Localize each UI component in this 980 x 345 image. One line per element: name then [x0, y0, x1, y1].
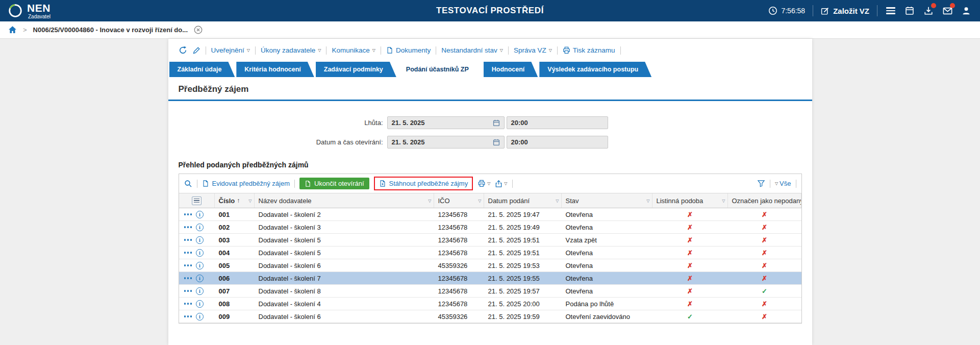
breadcrumb-item[interactable]: N006/25/V00004860 - Inovace v rozvoji ří…: [33, 26, 188, 34]
table-row[interactable]: i003Dodavatel - školení 51234567821. 5. …: [179, 234, 801, 247]
otevirani-date-field[interactable]: 21. 5. 2025: [387, 136, 505, 149]
column-header-1[interactable]: Název dodavatele▽: [255, 193, 434, 208]
cell-status: Otevřena: [562, 275, 652, 282]
row-menu-icon[interactable]: [184, 252, 192, 254]
column-header-4[interactable]: Stav▽: [562, 193, 652, 208]
table-row[interactable]: i008Dodavatel - školení 41234567821. 5. …: [179, 298, 801, 310]
row-info-icon[interactable]: i: [196, 236, 204, 244]
history-icon[interactable]: [179, 46, 187, 55]
topbar-separator: [813, 5, 813, 16]
menu-tisk-zaznamu[interactable]: Tisk záznamu: [563, 46, 615, 54]
filter-preset[interactable]: ▽ Vše: [775, 180, 791, 187]
lhuta-time-field[interactable]: 20:00: [507, 116, 608, 129]
tab-vysledek-zadavaciho-postupu[interactable]: Výsledek zadávacího postupu: [539, 62, 651, 77]
export-icon[interactable]: [495, 180, 502, 188]
calendar-icon[interactable]: [493, 139, 500, 146]
tab-zadavaci-podminky[interactable]: Zadávací podmínky: [316, 62, 396, 77]
table-row[interactable]: i005Dodavatel - školení 64535932621. 5. …: [179, 259, 801, 272]
page-title: Předběžný zájem: [179, 84, 802, 94]
menu-ukony-zadavatele[interactable]: Úkony zadavatele▽: [261, 46, 321, 54]
tab-hodnoceni[interactable]: Hodnocení: [484, 62, 538, 77]
deadline-form: Lhůta: 21. 5. 2025 20:00 Datum a čas ote…: [179, 116, 802, 149]
table-row[interactable]: i009Dodavatel - školení 64535932621. 5. …: [179, 310, 801, 323]
cell-status: Vzata zpět: [562, 236, 652, 244]
row-menu-icon[interactable]: [184, 303, 192, 305]
menu-uverejneni[interactable]: Uveřejnění▽: [211, 46, 250, 54]
filter-icon[interactable]: [757, 180, 765, 187]
toolbar-separator: [770, 180, 770, 188]
ukoncit-oteviranie-button[interactable]: Ukončit otevírání: [299, 178, 369, 189]
cell-listinna-podoba: ✓: [652, 313, 728, 321]
filter-caret-icon[interactable]: ▽: [646, 199, 649, 203]
hamburger-menu-icon[interactable]: [885, 5, 896, 16]
row-info-icon[interactable]: i: [196, 211, 204, 218]
row-menu-icon[interactable]: [184, 239, 192, 241]
home-icon[interactable]: [8, 26, 17, 34]
column-header-3[interactable]: Datum podání▽: [484, 193, 562, 208]
tab-zakladni-udaje[interactable]: Základní údaje: [169, 62, 235, 77]
table-row[interactable]: i001Dodavatel - školení 21234567821. 5. …: [179, 208, 801, 221]
row-info-icon[interactable]: i: [196, 249, 204, 257]
cell-date: 21. 5. 2025 19:49: [484, 224, 562, 231]
downloads-icon[interactable]: [923, 5, 934, 16]
cell-supplier: Dodavatel - školení 2: [255, 211, 434, 218]
cell-ico: 12345678: [434, 211, 484, 218]
chevron-right-icon: >: [23, 26, 27, 34]
row-info-icon[interactable]: i: [196, 262, 204, 269]
filter-caret-icon[interactable]: ▽: [428, 199, 431, 203]
row-menu-icon[interactable]: [184, 226, 192, 228]
cell-date: 21. 5. 2025 19:55: [484, 275, 562, 282]
cell-oznacen-nepodany: ✗: [728, 249, 801, 257]
print-icon[interactable]: [478, 180, 486, 187]
row-menu-icon[interactable]: [184, 213, 192, 215]
row-menu-icon[interactable]: [184, 264, 192, 266]
filter-caret-icon[interactable]: ▽: [722, 199, 725, 203]
edit-icon[interactable]: [192, 46, 200, 55]
table-row[interactable]: i006Dodavatel - školení 71234567821. 5. …: [179, 272, 801, 285]
menu-dokumenty[interactable]: Dokumenty: [386, 46, 431, 54]
cell-date: 21. 5. 2025 19:57: [484, 287, 562, 295]
otevirani-time-field[interactable]: 20:00: [507, 136, 608, 149]
menu-komunikace[interactable]: Komunikace▽: [332, 46, 375, 54]
profile-icon[interactable]: [961, 5, 972, 16]
column-header-2[interactable]: IČO▽: [434, 193, 484, 208]
stahnout-zajmy-button[interactable]: Stáhnout předběžné zájmy: [379, 180, 468, 187]
toolbar-separator: [206, 46, 206, 55]
cell-status: Otevření zaevidováno: [562, 313, 652, 321]
chevron-down-icon[interactable]: ▽: [487, 182, 490, 186]
filter-caret-icon[interactable]: ▽: [478, 199, 481, 203]
cell-listinna-podoba: ✗: [652, 300, 728, 308]
menu-nestandardni-stav[interactable]: Nestandardní stav▽: [441, 46, 503, 54]
row-menu-icon[interactable]: [184, 290, 192, 292]
calendar-icon[interactable]: [904, 5, 915, 16]
table-row[interactable]: i002Dodavatel - školení 31234567821. 5. …: [179, 221, 801, 234]
menu-sprava-vz[interactable]: Správa VZ▽: [514, 46, 552, 54]
table-row[interactable]: i007Dodavatel - školení 81234567821. 5. …: [179, 285, 801, 298]
row-menu-icon[interactable]: [184, 315, 192, 317]
chevron-down-icon[interactable]: ▽: [504, 182, 507, 186]
row-info-icon[interactable]: i: [196, 313, 204, 321]
row-info-icon[interactable]: i: [196, 224, 204, 231]
row-info-icon[interactable]: i: [196, 287, 204, 295]
filter-caret-icon[interactable]: ▽: [556, 199, 559, 203]
calendar-icon[interactable]: [493, 119, 500, 127]
close-icon[interactable]: [194, 26, 203, 34]
evidovat-zajem-button[interactable]: Evidovat předběžný zájem: [202, 180, 290, 187]
column-header-6[interactable]: Označen jako nepodaný: [728, 193, 801, 208]
messages-icon[interactable]: [942, 5, 953, 16]
tab-podani-ucastniku-zp[interactable]: Podání účastníků ZP: [398, 62, 482, 77]
lhuta-date-field[interactable]: 21. 5. 2025: [387, 116, 505, 129]
row-info-icon[interactable]: i: [196, 300, 204, 308]
tab-kriteria-hodnoceni[interactable]: Kritéria hodnocení: [236, 62, 314, 77]
nen-brand[interactable]: NEN Zadavatel: [8, 3, 51, 19]
row-menu-icon[interactable]: [184, 277, 192, 279]
column-header-5[interactable]: Listinná podoba▽: [652, 193, 728, 208]
search-icon[interactable]: [184, 180, 192, 188]
table-row[interactable]: i004Dodavatel - školení 51234567821. 5. …: [179, 247, 801, 259]
row-info-icon[interactable]: i: [196, 275, 204, 282]
column-header-0[interactable]: Číslo↑▽: [215, 193, 255, 208]
printer-icon: [563, 46, 570, 54]
column-chooser-icon[interactable]: [192, 196, 202, 205]
filter-caret-icon[interactable]: ▽: [248, 199, 252, 203]
zalozit-vz-button[interactable]: Založit VZ: [821, 7, 869, 15]
